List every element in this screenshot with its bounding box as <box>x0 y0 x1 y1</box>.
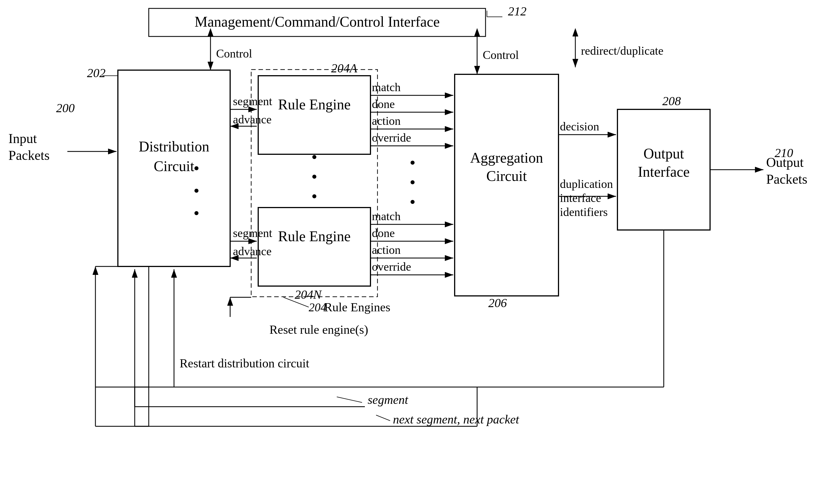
action-label-2: action <box>372 243 401 256</box>
advance-label-1: advance <box>233 113 272 126</box>
ref-206: 206 <box>488 296 507 310</box>
dots-right-top: • <box>409 153 415 172</box>
action-label-1: action <box>372 114 401 127</box>
svg-rect-13 <box>258 76 371 154</box>
ref-202: 202 <box>87 66 106 80</box>
output-interface-label2: Interface <box>638 164 690 180</box>
rule-engine-a-label: Rule Engine <box>278 97 351 113</box>
svg-text:•: • <box>193 181 199 200</box>
segment-label-1: segment <box>233 95 272 108</box>
decision-label: decision <box>560 120 599 133</box>
ref-212: 212 <box>508 4 526 18</box>
rule-engines-label: Rule Engines <box>324 300 390 314</box>
control-label-1: Control <box>216 47 252 60</box>
restart-distribution-label: Restart distribution circuit <box>180 357 309 370</box>
svg-line-47 <box>337 397 362 402</box>
svg-line-51 <box>376 415 390 421</box>
match-label-2: match <box>372 210 401 223</box>
svg-text:•: • <box>193 204 199 222</box>
distribution-circuit-label: Distribution <box>139 139 209 154</box>
rule-engine-n-label: Rule Engine <box>278 228 351 244</box>
identifiers-label: identifiers <box>560 206 608 219</box>
control-label-2: Control <box>483 48 519 61</box>
dots-middle: • <box>311 148 317 166</box>
diagram-container: Management/Command/Control Interface 212… <box>0 0 824 504</box>
advance-label-2: advance <box>233 245 272 258</box>
ref-204a: 204A <box>331 61 357 75</box>
svg-rect-15 <box>455 74 558 296</box>
ref-204n: 204N <box>295 288 322 301</box>
ref-200: 200 <box>56 101 75 115</box>
svg-text:•: • <box>311 167 317 186</box>
input-packets-label: Input <box>8 131 37 146</box>
segment-bottom-label: segment <box>368 393 409 407</box>
done-label-2: done <box>372 227 395 240</box>
svg-text:•: • <box>409 193 415 211</box>
output-packets-label2: Packets <box>766 172 807 186</box>
input-packets-label2: Packets <box>8 148 50 163</box>
match-label-1: match <box>372 81 401 94</box>
ref-208: 208 <box>662 94 681 108</box>
output-interface-label: Output <box>643 146 684 161</box>
svg-text:•: • <box>311 187 317 206</box>
aggregation-circuit-label: Aggregation <box>470 150 543 166</box>
distribution-circuit-label2: Circuit <box>154 158 195 174</box>
duplication-label: duplication <box>560 177 613 191</box>
aggregation-circuit-label2: Circuit <box>486 168 527 184</box>
reset-rule-engines-label: Reset rule engine(s) <box>270 323 368 337</box>
ref-204-label: 204 <box>309 301 326 314</box>
svg-rect-14 <box>258 208 371 286</box>
next-segment-label: next segment, next packet <box>393 412 519 426</box>
done-label-1: done <box>372 98 395 111</box>
interface-label: interface <box>560 192 601 205</box>
management-interface-label: Management/Command/Control Interface <box>195 14 440 30</box>
ref-210: 210 <box>775 146 793 160</box>
segment-label-2: segment <box>233 227 272 240</box>
dots-left: • <box>193 159 199 177</box>
redirect-duplicate-label: redirect/duplicate <box>581 44 663 57</box>
svg-text:•: • <box>409 173 415 192</box>
